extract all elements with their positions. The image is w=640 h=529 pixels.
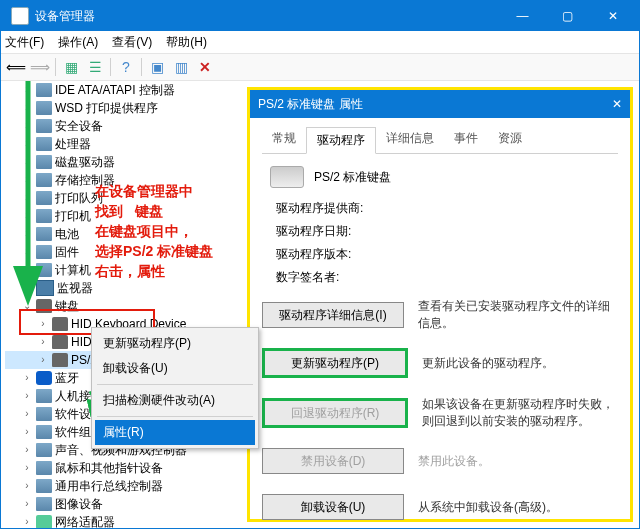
device-tree[interactable]: ›IDE ATA/ATAPI 控制器›WSD 打印提供程序›安全设备›处理器›磁… bbox=[5, 81, 235, 528]
tree-node[interactable]: ›鼠标和其他指针设备 bbox=[5, 459, 235, 477]
ctx-uninstall[interactable]: 卸载设备(U) bbox=[95, 356, 255, 381]
tree-node[interactable]: ⌄键盘 bbox=[5, 297, 235, 315]
collapse-icon[interactable]: ⌄ bbox=[21, 297, 33, 315]
expand-icon[interactable]: › bbox=[21, 171, 33, 189]
nav-back-icon[interactable]: ⟸ bbox=[7, 58, 25, 76]
tree-node-label: 安全设备 bbox=[55, 117, 103, 135]
menu-file[interactable]: 文件(F) bbox=[5, 34, 44, 51]
tree-node[interactable]: ›计算机 bbox=[5, 261, 235, 279]
expand-icon[interactable]: › bbox=[21, 153, 33, 171]
tab-general[interactable]: 常规 bbox=[262, 126, 306, 153]
expand-icon[interactable]: › bbox=[21, 207, 33, 225]
expand-icon[interactable]: › bbox=[37, 333, 49, 351]
uninstall-device-desc: 从系统中卸载设备(高级)。 bbox=[418, 499, 618, 516]
expand-icon[interactable]: › bbox=[21, 81, 33, 99]
minimize-button[interactable]: — bbox=[500, 1, 545, 31]
tab-driver[interactable]: 驱动程序 bbox=[306, 127, 376, 154]
dev-icon bbox=[36, 407, 52, 421]
tab-resources[interactable]: 资源 bbox=[488, 126, 532, 153]
rollback-driver-button[interactable]: 回退驱动程序(R) bbox=[262, 398, 408, 428]
maximize-button[interactable]: ▢ bbox=[545, 1, 590, 31]
disable-device-button[interactable]: 禁用设备(D) bbox=[262, 448, 404, 474]
monitor-icon[interactable]: ▣ bbox=[148, 58, 166, 76]
nav-forward-icon[interactable]: ⟹ bbox=[31, 58, 49, 76]
menu-view[interactable]: 查看(V) bbox=[112, 34, 152, 51]
close-button[interactable]: ✕ bbox=[590, 1, 635, 31]
tree-node-label: 打印队列 bbox=[55, 189, 103, 207]
tree-node-label: 监视器 bbox=[57, 279, 93, 297]
menu-help[interactable]: 帮助(H) bbox=[166, 34, 207, 51]
rollback-driver-desc: 如果该设备在更新驱动程序时失败，则回退到以前安装的驱动程序。 bbox=[422, 396, 618, 430]
tree-node[interactable]: ›监视器 bbox=[5, 279, 235, 297]
dev-icon bbox=[36, 173, 52, 187]
tree-node[interactable]: ›安全设备 bbox=[5, 117, 235, 135]
uninstall-device-button[interactable]: 卸载设备(U) bbox=[262, 494, 404, 520]
ctx-update-driver[interactable]: 更新驱动程序(P) bbox=[95, 331, 255, 356]
tree-node[interactable]: ›WSD 打印提供程序 bbox=[5, 99, 235, 117]
dev-icon bbox=[36, 227, 52, 241]
details-icon[interactable]: ☰ bbox=[86, 58, 104, 76]
app-icon bbox=[11, 7, 29, 25]
driver-details-button[interactable]: 驱动程序详细信息(I) bbox=[262, 302, 404, 328]
tree-node-label: 图像设备 bbox=[55, 495, 103, 513]
tree-node[interactable]: ›磁盘驱动器 bbox=[5, 153, 235, 171]
expand-icon[interactable]: › bbox=[37, 351, 49, 369]
dev-icon bbox=[36, 479, 52, 493]
tree-node[interactable]: ›图像设备 bbox=[5, 495, 235, 513]
dialog-close-button[interactable]: ✕ bbox=[612, 97, 622, 111]
scan-icon[interactable]: ▥ bbox=[172, 58, 190, 76]
tree-node[interactable]: ›打印机 bbox=[5, 207, 235, 225]
menu-action[interactable]: 操作(A) bbox=[58, 34, 98, 51]
delete-icon[interactable]: ✕ bbox=[196, 58, 214, 76]
dev-icon bbox=[36, 443, 52, 457]
dev-icon bbox=[36, 389, 52, 403]
expand-icon[interactable]: › bbox=[21, 261, 33, 279]
tree-node[interactable]: ›存储控制器 bbox=[5, 171, 235, 189]
expand-icon[interactable]: › bbox=[21, 99, 33, 117]
expand-icon[interactable]: › bbox=[21, 405, 33, 423]
expand-icon[interactable]: › bbox=[21, 459, 33, 477]
tree-node-label: 蓝牙 bbox=[55, 369, 79, 387]
tree-node[interactable]: ›IDE ATA/ATAPI 控制器 bbox=[5, 81, 235, 99]
expand-icon[interactable]: › bbox=[21, 225, 33, 243]
kb-icon bbox=[52, 317, 68, 331]
tab-details[interactable]: 详细信息 bbox=[376, 126, 444, 153]
expand-icon[interactable]: › bbox=[21, 495, 33, 513]
expand-icon[interactable]: › bbox=[21, 513, 33, 528]
update-driver-button[interactable]: 更新驱动程序(P) bbox=[262, 348, 408, 378]
tree-node[interactable]: ›通用串行总线控制器 bbox=[5, 477, 235, 495]
ctx-scan-hardware[interactable]: 扫描检测硬件改动(A) bbox=[95, 388, 255, 413]
expand-icon[interactable]: › bbox=[37, 315, 49, 333]
window-title: 设备管理器 bbox=[35, 8, 500, 25]
update-driver-desc: 更新此设备的驱动程序。 bbox=[422, 355, 618, 372]
keyboard-icon bbox=[270, 166, 304, 188]
expand-icon[interactable]: › bbox=[21, 189, 33, 207]
expand-icon[interactable]: › bbox=[21, 369, 33, 387]
tree-node[interactable]: ›电池 bbox=[5, 225, 235, 243]
expand-icon[interactable]: › bbox=[21, 135, 33, 153]
ctx-properties[interactable]: 属性(R) bbox=[95, 420, 255, 445]
field-version: 驱动程序版本: bbox=[276, 246, 618, 263]
expand-icon[interactable]: › bbox=[21, 387, 33, 405]
expand-icon[interactable]: › bbox=[21, 279, 33, 297]
tree-node[interactable]: ›打印队列 bbox=[5, 189, 235, 207]
field-provider: 驱动程序提供商: bbox=[276, 200, 618, 217]
expand-icon[interactable]: › bbox=[21, 441, 33, 459]
disable-device-desc: 禁用此设备。 bbox=[418, 453, 618, 470]
expand-icon[interactable]: › bbox=[21, 243, 33, 261]
expand-icon[interactable]: › bbox=[21, 117, 33, 135]
tab-events[interactable]: 事件 bbox=[444, 126, 488, 153]
tree-node[interactable]: ›固件 bbox=[5, 243, 235, 261]
titlebar[interactable]: 设备管理器 — ▢ ✕ bbox=[1, 1, 639, 31]
tree-node[interactable]: ›处理器 bbox=[5, 135, 235, 153]
properties-dialog-frame: PS/2 标准键盘 属性 ✕ 常规 驱动程序 详细信息 事件 资源 PS/2 标… bbox=[247, 87, 633, 522]
dialog-titlebar[interactable]: PS/2 标准键盘 属性 ✕ bbox=[250, 90, 630, 118]
help-icon[interactable]: ? bbox=[117, 58, 135, 76]
expand-icon[interactable]: › bbox=[21, 477, 33, 495]
device-name: PS/2 标准键盘 bbox=[314, 169, 391, 186]
dev-icon bbox=[36, 209, 52, 223]
tree-node[interactable]: ›网络适配器 bbox=[5, 513, 235, 528]
view-icon[interactable]: ▦ bbox=[62, 58, 80, 76]
tree-node-label: 打印机 bbox=[55, 207, 91, 225]
expand-icon[interactable]: › bbox=[21, 423, 33, 441]
